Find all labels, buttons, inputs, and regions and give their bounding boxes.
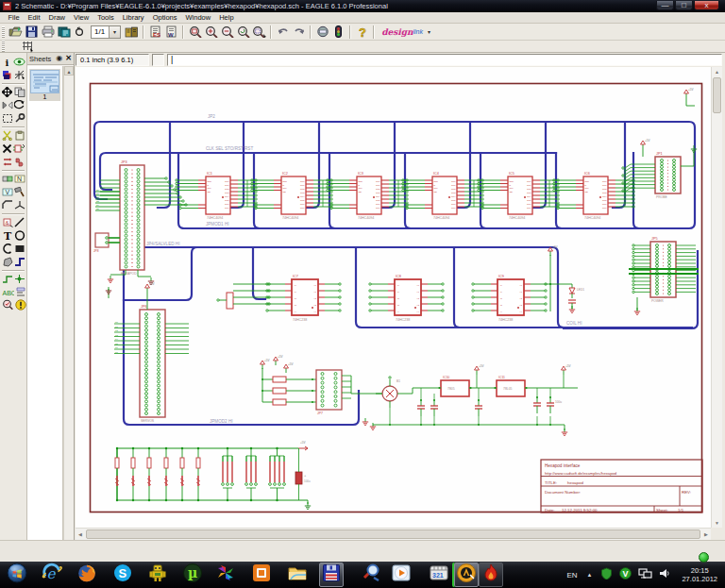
- group-tool-button[interactable]: [2, 113, 13, 126]
- scroll-up-icon[interactable]: ▲: [64, 66, 74, 76]
- close-button[interactable]: x: [694, 1, 719, 10]
- undo-button[interactable]: [276, 25, 290, 39]
- sheet-item[interactable]: 1: [29, 69, 60, 101]
- taskbar-utorrent[interactable]: µ: [180, 563, 205, 587]
- zoom-redraw-button[interactable]: [236, 25, 250, 39]
- command-input[interactable]: |: [167, 54, 722, 66]
- save-button[interactable]: [25, 25, 39, 39]
- taskbar-vmware[interactable]: [249, 563, 274, 587]
- print-button[interactable]: [41, 25, 55, 39]
- change-tool-button[interactable]: [14, 113, 25, 126]
- designlink-button[interactable]: design link ▾: [381, 27, 430, 37]
- taskbar-clock[interactable]: 20:15 27.01.2012: [682, 566, 717, 583]
- svg-text:i: i: [5, 58, 8, 68]
- scroll-up-icon[interactable]: ▲: [712, 67, 722, 76]
- close-panel-icon[interactable]: ✕: [65, 55, 72, 62]
- board-button[interactable]: [57, 25, 71, 39]
- display-tool-button[interactable]: [2, 70, 13, 82]
- menu-view[interactable]: View: [70, 13, 93, 22]
- go-button[interactable]: [331, 25, 346, 39]
- green-app-tray-icon[interactable]: V: [619, 566, 638, 583]
- polygon-tool-button[interactable]: [2, 257, 13, 269]
- vscroll-thumb[interactable]: [713, 77, 721, 113]
- zoom-fit-button[interactable]: [188, 25, 202, 39]
- hscroll-thumb[interactable]: [86, 529, 700, 539]
- zoom-in-button[interactable]: [204, 25, 218, 39]
- svg-text:hexapod: hexapod: [567, 480, 583, 485]
- menu-file[interactable]: File: [4, 13, 24, 22]
- taskbar-picasa[interactable]: [145, 563, 170, 587]
- scroll-right-icon[interactable]: ▶: [701, 529, 711, 540]
- gateswap-tool-button[interactable]: [14, 157, 25, 169]
- mark-tool-button[interactable]: [14, 70, 25, 82]
- cam-processor-button[interactable]: [73, 25, 87, 39]
- svg-text:IC7: IC7: [293, 275, 298, 278]
- taskbar-media-pinwheel[interactable]: [213, 563, 238, 587]
- undo-icon: [277, 25, 290, 38]
- scroll-down-icon[interactable]: ▼: [712, 518, 722, 528]
- redo-button[interactable]: [292, 25, 306, 39]
- toolbar-handle[interactable]: [2, 26, 5, 38]
- menu-library[interactable]: Library: [118, 13, 148, 22]
- svg-text:QP7: QP7: [376, 207, 380, 209]
- bus-tool-button[interactable]: [14, 257, 25, 269]
- svg-text:http://www.cadsoft.de/examples: http://www.cadsoft.de/examples/hexapod: [545, 471, 617, 476]
- help-button[interactable]: ?: [355, 25, 369, 39]
- menu-options[interactable]: Options: [148, 13, 181, 22]
- taskbar-floppy-manager[interactable]: [319, 563, 344, 587]
- errors-tool-button[interactable]: [15, 300, 26, 312]
- run-ulp-button[interactable]: W: [164, 25, 178, 39]
- pinswap-tool-button[interactable]: [2, 157, 13, 169]
- tray-expand-icon[interactable]: ▲: [587, 572, 593, 578]
- use-library-button[interactable]: [125, 25, 139, 39]
- polygon-icon: [2, 254, 13, 271]
- taskbar-internet-explorer[interactable]: e: [40, 563, 64, 587]
- language-indicator[interactable]: EN: [566, 571, 577, 580]
- sheets-scrollbar[interactable]: ▲: [63, 66, 74, 540]
- taskbar-firefox[interactable]: [75, 563, 99, 587]
- split-tool-button[interactable]: [14, 200, 25, 212]
- erc-tool-button[interactable]: [2, 300, 14, 312]
- taskbar-media-player-classic[interactable]: 321: [427, 563, 451, 587]
- svg-text:QP3: QP3: [451, 192, 456, 193]
- start-button[interactable]: [5, 563, 29, 587]
- maximize-button[interactable]: □: [675, 1, 693, 10]
- menu-help[interactable]: Help: [215, 13, 238, 22]
- svg-text:STR: STR: [510, 180, 514, 182]
- schematic-canvas[interactable]: JP2CLK SEL STO/RST RSTJPMOD1 HIJP4/SALVL…: [76, 67, 711, 528]
- scroll-left-icon[interactable]: ◀: [76, 529, 85, 540]
- pin-icon[interactable]: ◉: [56, 55, 62, 62]
- taskbar-skype[interactable]: S: [110, 563, 135, 587]
- zoom-select-button[interactable]: [252, 25, 266, 39]
- horizontal-scrollbar[interactable]: ◀ ▶: [76, 528, 711, 540]
- sheet-list: 1: [27, 66, 63, 540]
- sheet-selector[interactable]: 1/1 ▾: [91, 25, 121, 39]
- script-button[interactable]: ES: [148, 25, 162, 39]
- taskbar-explorer-folder[interactable]: [285, 563, 310, 587]
- taskbar-search-tool[interactable]: [359, 563, 383, 587]
- menu-draw[interactable]: Draw: [44, 13, 70, 22]
- grid-button[interactable]: [21, 40, 35, 54]
- antivirus-tray-icon[interactable]: [600, 566, 619, 583]
- zoom-out-button[interactable]: [220, 25, 234, 39]
- svg-text:OE: OE: [510, 191, 514, 193]
- menu-tools[interactable]: Tools: [93, 13, 119, 22]
- toolbar-handle[interactable]: [2, 41, 5, 52]
- taskbar-flame-tool[interactable]: [479, 563, 503, 587]
- miter-tool-button[interactable]: [2, 200, 13, 212]
- minimize-button[interactable]: —: [656, 1, 674, 10]
- volume-tray-icon[interactable]: [659, 566, 678, 583]
- title-bar[interactable]: 2 Schematic - D:¥Program Files¥EAGLE-6.1…: [0, 0, 725, 12]
- stop-button[interactable]: [315, 25, 329, 39]
- menu-window[interactable]: Window: [181, 13, 215, 22]
- vertical-scrollbar[interactable]: ▲ ▼: [711, 67, 722, 528]
- taskbar-media-player[interactable]: [389, 563, 413, 587]
- menu-edit[interactable]: Edit: [24, 13, 44, 22]
- media-player-classic-icon: 321: [429, 563, 449, 587]
- chevron-down-icon[interactable]: ▾: [109, 26, 120, 38]
- svg-text:V: V: [5, 189, 9, 195]
- svg-text:100u: 100u: [555, 400, 562, 404]
- open-button[interactable]: [8, 25, 23, 39]
- taskbar-aimp[interactable]: [454, 563, 479, 587]
- network-tray-icon[interactable]: [638, 566, 659, 583]
